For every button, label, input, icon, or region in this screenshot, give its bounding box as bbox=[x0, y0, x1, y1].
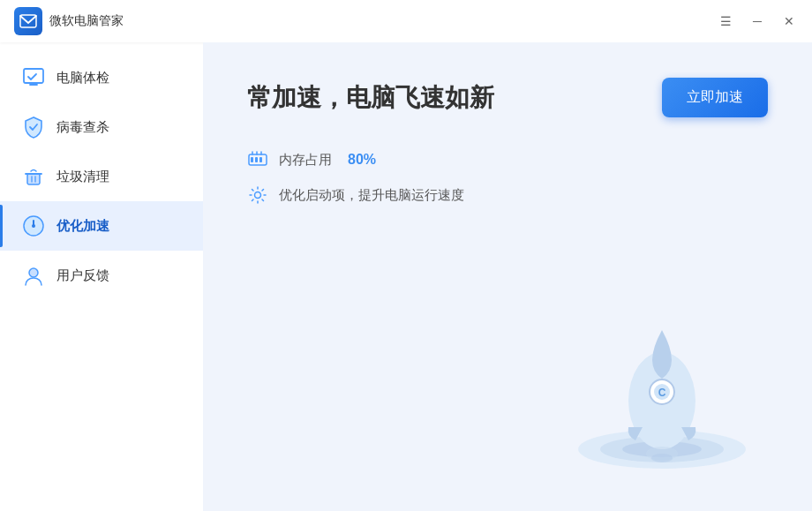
check-icon bbox=[21, 65, 46, 90]
svg-rect-0 bbox=[19, 14, 37, 28]
titlebar: 微软电脑管家 ☰ ─ ✕ bbox=[0, 0, 812, 42]
sidebar-item-optimize-label: 优化加速 bbox=[56, 218, 109, 235]
startup-icon bbox=[247, 184, 268, 206]
window-controls: ☰ ─ ✕ bbox=[717, 12, 798, 30]
svg-rect-1 bbox=[20, 15, 36, 27]
accelerate-button[interactable]: 立即加速 bbox=[662, 78, 768, 117]
svg-rect-5 bbox=[27, 174, 40, 184]
sidebar-item-virus-label: 病毒查杀 bbox=[56, 119, 109, 136]
startup-info-item: 优化启动项，提升电脑运行速度 bbox=[247, 184, 768, 206]
svg-point-20 bbox=[255, 192, 261, 199]
startup-label: 优化启动项，提升电脑运行速度 bbox=[279, 187, 464, 204]
sidebar: 电脑体检 病毒查杀 bbox=[0, 42, 203, 511]
content-header: 常加速，电脑飞速如新 立即加速 bbox=[247, 78, 768, 117]
memory-icon bbox=[247, 149, 268, 170]
logo-icon bbox=[14, 7, 42, 35]
sidebar-item-clean[interactable]: 垃圾清理 bbox=[0, 152, 203, 201]
content-area: 常加速，电脑飞速如新 立即加速 内存占用 bbox=[203, 42, 812, 511]
memory-value: 80% bbox=[348, 152, 376, 168]
svg-text:C: C bbox=[658, 387, 666, 399]
sidebar-item-check[interactable]: 电脑体检 bbox=[0, 53, 203, 102]
clean-icon bbox=[21, 164, 46, 189]
feedback-icon bbox=[21, 263, 46, 288]
rocket-illustration: C bbox=[547, 264, 777, 493]
svg-point-12 bbox=[29, 268, 38, 277]
svg-rect-15 bbox=[255, 157, 258, 162]
memory-label: 内存占用 bbox=[279, 152, 332, 169]
app-title: 微软电脑管家 bbox=[49, 13, 124, 29]
sidebar-item-optimize[interactable]: 优化加速 bbox=[0, 201, 203, 251]
memory-info-item: 内存占用 80% bbox=[247, 149, 768, 170]
sidebar-item-virus[interactable]: 病毒查杀 bbox=[0, 102, 203, 152]
app-logo: 微软电脑管家 bbox=[14, 7, 124, 35]
main-layout: 电脑体检 病毒查杀 bbox=[0, 42, 812, 511]
sidebar-item-feedback[interactable]: 用户反馈 bbox=[0, 251, 203, 300]
sidebar-item-clean-label: 垃圾清理 bbox=[56, 169, 109, 185]
sidebar-item-check-label: 电脑体检 bbox=[56, 70, 109, 86]
svg-point-11 bbox=[32, 224, 35, 228]
close-button[interactable]: ✕ bbox=[780, 12, 798, 30]
sidebar-item-feedback-label: 用户反馈 bbox=[56, 267, 109, 284]
info-list: 内存占用 80% 优化启动项，提升电脑运行速度 bbox=[247, 149, 768, 206]
menu-button[interactable]: ☰ bbox=[717, 12, 734, 30]
minimize-button[interactable]: ─ bbox=[748, 12, 766, 30]
svg-point-29 bbox=[651, 454, 673, 462]
optimize-icon bbox=[21, 214, 46, 238]
svg-rect-16 bbox=[259, 157, 262, 162]
shield-icon bbox=[21, 115, 46, 139]
svg-rect-14 bbox=[251, 157, 253, 162]
page-title: 常加速，电脑飞速如新 bbox=[247, 81, 494, 115]
